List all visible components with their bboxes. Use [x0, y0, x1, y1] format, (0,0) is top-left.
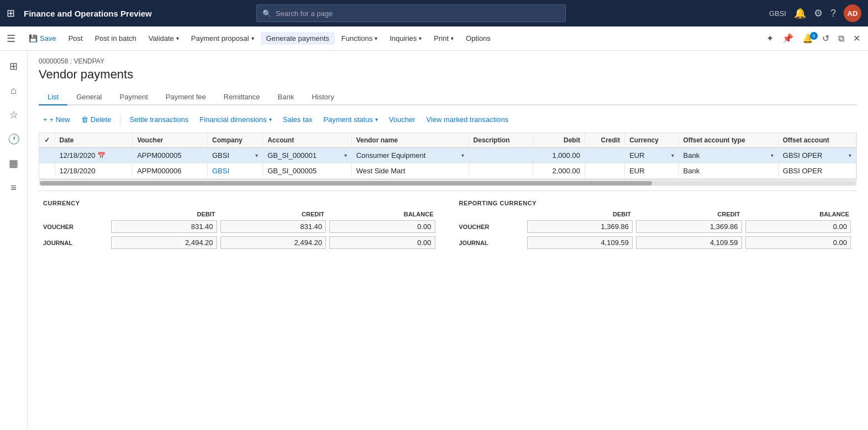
close-icon[interactable]: ✕	[850, 31, 864, 46]
nav-recent-icon[interactable]: 🕐	[3, 128, 25, 150]
nav-workspaces-icon[interactable]: ▦	[3, 152, 25, 174]
settings-icon[interactable]: ⚙	[814, 7, 823, 19]
row-check[interactable]	[39, 148, 55, 163]
row-offset-account[interactable]: GBSI OPER	[778, 163, 856, 179]
summary-credit-value: 1,369.86	[636, 220, 742, 233]
summary-grid-reporting_currency: DEBITCREDITBALANCEVOUCHER1,369.861,369.8…	[459, 211, 853, 249]
summary-row-label: VOUCHER	[43, 222, 109, 231]
search-input[interactable]	[276, 9, 560, 18]
tab-list[interactable]: List	[39, 89, 67, 105]
functions-button[interactable]: Functions ▾	[336, 32, 383, 45]
top-bar: ⊞ Finance and Operations Preview 🔍 GBSI …	[0, 0, 868, 26]
col-offset-account-type[interactable]: Offset account type	[678, 133, 778, 148]
save-button[interactable]: 💾 Save	[23, 32, 62, 45]
row-offset-type[interactable]: Bank	[678, 163, 778, 179]
col-date[interactable]: Date	[55, 133, 133, 148]
tabs: ListGeneralPaymentPayment feeRemittanceB…	[39, 89, 857, 105]
table-row[interactable]: 12/18/2020APPM000006GBSIGB_SI_000005West…	[39, 163, 856, 179]
summary-balance-value: 0.00	[329, 220, 435, 233]
options-button[interactable]: Options	[460, 32, 496, 45]
row-currency[interactable]: EUR▾	[625, 148, 678, 163]
payment-proposal-button[interactable]: Payment proposal ▾	[186, 32, 260, 45]
row-debit: 2,000.00	[533, 163, 585, 179]
inquiries-button[interactable]: Inquiries ▾	[384, 32, 427, 45]
help-icon[interactable]: ?	[830, 8, 836, 19]
validate-button[interactable]: Validate ▾	[143, 32, 185, 45]
row-company[interactable]: GBSI	[207, 163, 262, 179]
new-button[interactable]: + + New	[39, 113, 75, 126]
data-table-wrapper: ✓ Date Voucher Company Account Vendor na…	[39, 132, 857, 179]
col-company[interactable]: Company	[207, 133, 262, 148]
summary-credit-value: 831.40	[220, 220, 327, 233]
scrollbar-thumb[interactable]	[40, 181, 652, 185]
col-voucher[interactable]: Voucher	[133, 133, 208, 148]
col-account[interactable]: Account	[263, 133, 352, 148]
row-account[interactable]: GB_SI_000001▾	[263, 148, 352, 163]
summary-title-currency: CURRENCY	[43, 200, 437, 206]
row-check[interactable]	[39, 163, 55, 179]
settle-transactions-button[interactable]: Settle transactions	[125, 113, 193, 126]
voucher-button[interactable]: Voucher	[385, 113, 420, 126]
refresh-icon[interactable]: ↺	[819, 31, 833, 46]
row-date: 12/18/2020 📅	[55, 148, 133, 163]
col-debit[interactable]: Debit	[533, 133, 585, 148]
nav-home-icon[interactable]: ⌂	[3, 79, 25, 102]
org-label: GBSI	[769, 9, 786, 18]
nav-filter-icon[interactable]: ⊞	[3, 55, 25, 77]
tab-payment-fee[interactable]: Payment fee	[157, 89, 215, 105]
row-description	[469, 163, 533, 179]
tab-general[interactable]: General	[67, 89, 111, 105]
col-credit[interactable]: Credit	[585, 133, 625, 148]
table-header-row: ✓ Date Voucher Company Account Vendor na…	[39, 133, 856, 148]
generate-payments-button[interactable]: Generate payments	[261, 32, 335, 45]
tab-history[interactable]: History	[303, 89, 343, 105]
summary-row-label: JOURNAL	[459, 238, 525, 247]
summary-header-1: DEBIT	[525, 211, 635, 217]
menu-toggle[interactable]: ☰	[4, 30, 18, 47]
row-credit	[585, 163, 625, 179]
col-description[interactable]: Description	[469, 133, 533, 148]
notification-icon[interactable]: 🔔	[794, 7, 806, 19]
summary-balance-value: 0.00	[745, 220, 851, 233]
apps-icon[interactable]: ⊞	[7, 7, 15, 19]
nav-favorites-icon[interactable]: ☆	[3, 104, 25, 126]
calendar-icon[interactable]: 📅	[97, 152, 106, 160]
row-currency[interactable]: EUR	[625, 163, 678, 179]
view-marked-transactions-button[interactable]: View marked transactions	[422, 113, 513, 126]
page-inner: 00000058 : VENDPAY Vendor payments ListG…	[28, 51, 868, 430]
summary-header-2: CREDIT	[634, 211, 744, 217]
col-currency[interactable]: Currency	[625, 133, 678, 148]
summary-debit-value: 831.40	[111, 220, 217, 233]
row-offset-type[interactable]: Bank▾	[678, 148, 778, 163]
avatar[interactable]: AD	[844, 4, 861, 22]
col-vendor-name[interactable]: Vendor name	[351, 133, 469, 148]
search-box[interactable]: 🔍	[256, 4, 566, 22]
payment-status-button[interactable]: Payment status ▾	[319, 113, 382, 126]
horizontal-scrollbar[interactable]	[39, 179, 857, 186]
open-new-icon[interactable]: ⧉	[835, 31, 848, 46]
tab-bank[interactable]: Bank	[269, 89, 303, 105]
nav-modules-icon[interactable]: ≡	[3, 177, 25, 199]
table-row[interactable]: 12/18/2020 📅APPM000005GBSI▾GB_SI_000001▾…	[39, 148, 856, 163]
post-button[interactable]: Post	[63, 32, 88, 45]
summary-header-3: BALANCE	[744, 211, 853, 217]
financial-dimensions-button[interactable]: Financial dimensions ▾	[195, 113, 276, 126]
summary-grid-currency: DEBITCREDITBALANCEVOUCHER831.40831.400.0…	[43, 211, 437, 249]
tab-remittance[interactable]: Remittance	[215, 89, 269, 105]
print-chevron: ▾	[451, 35, 454, 41]
row-company[interactable]: GBSI▾	[207, 148, 262, 163]
print-button[interactable]: Print ▾	[428, 32, 459, 45]
pin-icon[interactable]: 📌	[779, 31, 797, 46]
tab-payment[interactable]: Payment	[111, 89, 156, 105]
delete-button[interactable]: 🗑 Delete	[77, 113, 116, 126]
row-date: 12/18/2020	[55, 163, 133, 179]
favorites-icon[interactable]: ✦	[763, 31, 777, 46]
post-in-batch-button[interactable]: Post in batch	[90, 32, 142, 45]
row-account[interactable]: GB_SI_000005	[263, 163, 352, 179]
col-offset-account[interactable]: Offset account	[778, 133, 856, 148]
row-offset-account[interactable]: GBSI OPER▾	[778, 148, 856, 163]
top-bar-right: GBSI 🔔 ⚙ ? AD	[769, 4, 861, 22]
col-check[interactable]: ✓	[39, 133, 55, 148]
sales-tax-button[interactable]: Sales tax	[278, 113, 317, 126]
alert-count: 0	[810, 32, 818, 40]
